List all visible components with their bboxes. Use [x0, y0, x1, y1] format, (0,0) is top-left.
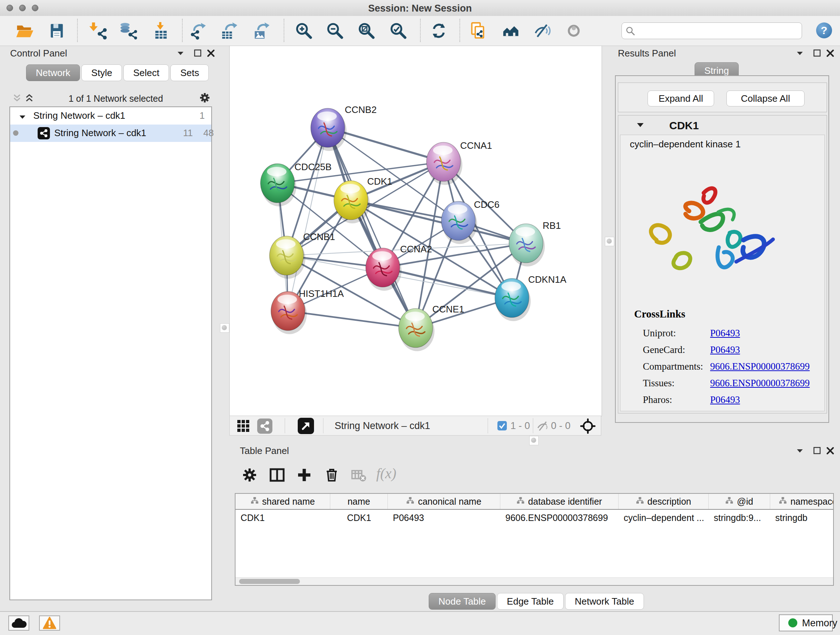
column-header-name[interactable]: name: [330, 494, 388, 509]
network-canvas[interactable]: CCNB2CCNA1CDC25BCDK1CDC6RB1CCNB1CCNA2CDK…: [229, 46, 602, 416]
network-edge[interactable]: [288, 311, 416, 328]
open-in-window-icon[interactable]: [298, 418, 314, 434]
network-edge[interactable]: [383, 268, 512, 298]
zoom-fit-icon[interactable]: [357, 22, 376, 40]
network-collection-row[interactable]: String Network – cdk1 1: [10, 107, 211, 125]
network-node-RB1[interactable]: RB1: [509, 220, 561, 266]
search-field[interactable]: [622, 22, 802, 39]
show-all-icon[interactable]: [565, 22, 583, 40]
column-header--id[interactable]: @id: [709, 494, 770, 509]
selected-checkbox[interactable]: [497, 421, 507, 431]
network-status-dot: [13, 130, 19, 136]
crosslink-label: Tissues:: [643, 378, 675, 389]
import-network-database-icon[interactable]: [119, 22, 137, 40]
export-image-icon[interactable]: [253, 22, 271, 40]
cloud-button[interactable]: [8, 616, 29, 631]
control-panel-close-icon[interactable]: [206, 49, 216, 58]
network-node-CDC6[interactable]: CDC6: [441, 199, 500, 244]
network-node-CCNE1[interactable]: CCNE1: [399, 304, 464, 351]
column-header-description[interactable]: description: [619, 494, 709, 509]
tab-sets[interactable]: Sets: [171, 65, 209, 81]
network-node-CDK1[interactable]: CDK1: [334, 176, 392, 223]
network-node-CDKN1A[interactable]: CDKN1A: [495, 274, 567, 321]
scrollbar-thumb[interactable]: [239, 579, 300, 584]
table-panel-menu-icon[interactable]: [795, 446, 805, 455]
show-columns-icon[interactable]: [269, 467, 285, 483]
warning-button[interactable]: [39, 616, 60, 631]
control-panel-float-icon[interactable]: [193, 49, 202, 58]
hidden-eye-slash-icon[interactable]: [537, 420, 549, 432]
zoom-in-icon[interactable]: [295, 22, 313, 40]
tab-network[interactable]: Network: [26, 65, 80, 81]
crosslink-link[interactable]: P06493: [710, 344, 740, 356]
right-splitter-handle[interactable]: [605, 237, 614, 246]
column-header-canonical-name[interactable]: canonical name: [388, 494, 500, 509]
footer-separator: [323, 418, 324, 433]
first-neighbors-icon[interactable]: [502, 22, 520, 40]
collapse-all-button[interactable]: Collapse All: [726, 90, 805, 106]
network-node-HIST1H1A[interactable]: HIST1H1A: [271, 288, 344, 334]
collection-collapse-icon[interactable]: [19, 112, 26, 119]
hide-selection-icon[interactable]: [533, 22, 551, 40]
network-node-CCNB2[interactable]: CCNB2: [311, 104, 377, 151]
tab-select[interactable]: Select: [123, 65, 169, 81]
birds-eye-crosshair-icon[interactable]: [580, 418, 596, 434]
refresh-icon[interactable]: [430, 22, 448, 40]
save-session-icon[interactable]: [48, 22, 66, 40]
zoom-out-icon[interactable]: [326, 22, 344, 40]
expand-all-button[interactable]: Expand All: [647, 90, 714, 106]
network-node-CDC25B[interactable]: CDC25B: [261, 162, 332, 206]
network-selection-info: 1 of 1 Network selected: [40, 93, 192, 104]
import-network-file-icon[interactable]: [89, 22, 107, 40]
control-panel-tabs: NetworkStyleSelectSets: [26, 65, 210, 81]
table-panel-close-icon[interactable]: [826, 446, 835, 455]
import-table-file-icon[interactable]: [152, 22, 170, 40]
table-tabs: Node TableEdge TableNetwork Table: [429, 593, 645, 610]
delete-column-trash-icon[interactable]: [324, 467, 340, 483]
bottom-splitter-handle[interactable]: [529, 436, 538, 445]
results-panel-float-icon[interactable]: [813, 49, 822, 58]
tab-node-table[interactable]: Node Table: [429, 593, 496, 610]
network-options-gear-icon[interactable]: [199, 92, 210, 103]
expand-all-icon[interactable]: [25, 93, 34, 103]
tab-edge-table[interactable]: Edge Table: [497, 593, 564, 610]
column-header-shared-name[interactable]: shared name: [235, 494, 330, 509]
control-panel-menu-icon[interactable]: [176, 49, 185, 58]
add-column-icon[interactable]: [296, 467, 312, 483]
grid-view-icon[interactable]: [237, 420, 250, 432]
crosslink-link[interactable]: 9606.ENSP00000378699: [710, 378, 810, 389]
results-panel-menu-icon[interactable]: [795, 49, 805, 58]
search-input[interactable]: [639, 24, 796, 36]
table-horizontal-scrollbar[interactable]: [235, 578, 833, 585]
network-node-CCNA2[interactable]: CCNA2: [366, 244, 432, 291]
toolbar-separator: [420, 19, 421, 42]
help-button[interactable]: ?: [816, 22, 832, 38]
gene-description: cyclin–dependent kinase 1: [630, 139, 741, 150]
column-label: shared name: [262, 496, 315, 507]
table-row[interactable]: CDK1CDK1P064939606.ENSP00000378699cyclin…: [235, 510, 834, 526]
results-panel-close-icon[interactable]: [826, 49, 835, 58]
table-settings-gear-icon[interactable]: [242, 467, 257, 483]
clone-network-icon[interactable]: [469, 22, 487, 40]
network-view-title: String Network – cdk1: [335, 420, 430, 432]
column-header-namespace[interactable]: namespace: [770, 494, 834, 509]
crosslink-link[interactable]: P06493: [710, 328, 740, 339]
open-session-icon[interactable]: [16, 22, 34, 40]
export-table-icon[interactable]: [221, 22, 239, 40]
collapse-all-icon[interactable]: [12, 93, 22, 103]
crosslink-link[interactable]: 9606.ENSP00000378699: [710, 361, 810, 372]
table-panel-float-icon[interactable]: [813, 446, 822, 455]
tab-network-table[interactable]: Network Table: [565, 593, 644, 610]
string-view-icon[interactable]: [257, 418, 272, 434]
results-panel-title: Results Panel: [618, 48, 676, 59]
network-row-selected[interactable]: String Network – cdk1 11 48: [10, 125, 211, 142]
crosslink-link[interactable]: P06493: [710, 394, 740, 405]
gene-collapse-icon[interactable]: [636, 121, 645, 130]
tab-style[interactable]: Style: [81, 65, 122, 81]
zoom-selected-icon[interactable]: [389, 22, 407, 40]
column-header-database-identifier[interactable]: database identifier: [500, 494, 619, 509]
export-network-icon[interactable]: [189, 22, 208, 40]
network-node-CCNB1[interactable]: CCNB1: [270, 231, 335, 279]
left-splitter-handle[interactable]: [220, 323, 229, 333]
memory-button[interactable]: Memory: [779, 614, 833, 631]
